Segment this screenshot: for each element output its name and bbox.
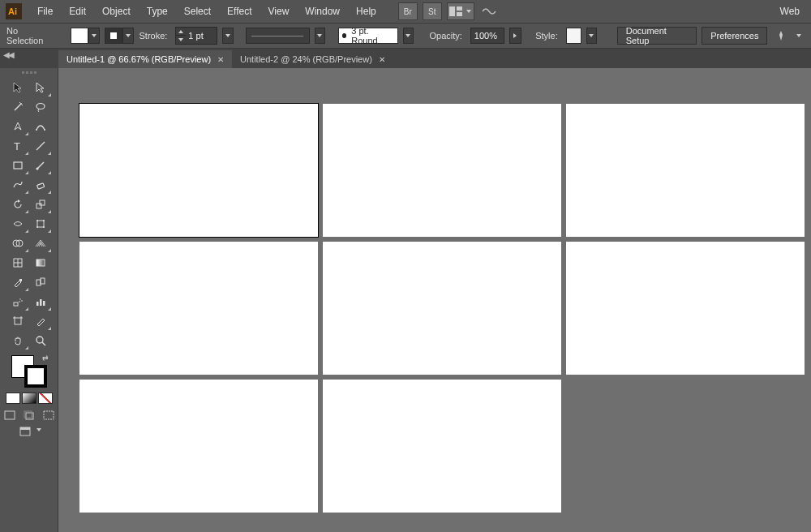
screen-mode-button[interactable]: [17, 425, 33, 438]
menu-effect[interactable]: Effect: [219, 2, 260, 20]
screen-mode-row: [17, 425, 41, 438]
hand-tool[interactable]: [6, 331, 29, 350]
collapse-toolbar-icon[interactable]: ◀◀: [3, 50, 13, 59]
pen-tool[interactable]: [6, 117, 29, 136]
draw-behind-icon[interactable]: [21, 409, 37, 422]
paintbrush-tool[interactable]: [29, 156, 52, 175]
svg-text:T: T: [14, 140, 20, 152]
stroke-weight-down[interactable]: [176, 36, 186, 43]
graphic-style-menu[interactable]: [586, 28, 597, 44]
artboard-8[interactable]: [323, 380, 561, 513]
mesh-tool[interactable]: [6, 253, 29, 272]
stroke-weight-up[interactable]: [176, 28, 186, 36]
artboard-7[interactable]: [79, 380, 318, 513]
menu-window[interactable]: Window: [297, 2, 348, 20]
symbol-sprayer-tool[interactable]: [6, 292, 29, 311]
opacity-field[interactable]: 100%: [470, 28, 504, 44]
color-mode-none[interactable]: [38, 393, 53, 404]
menu-view[interactable]: View: [260, 2, 298, 20]
menu-bar: Ai File Edit Object Type Select Effect V…: [0, 0, 811, 23]
selection-tool[interactable]: [6, 78, 29, 97]
shaper-tool[interactable]: [6, 175, 29, 195]
type-tool[interactable]: T: [6, 136, 29, 156]
artboard-1[interactable]: [79, 104, 318, 237]
zoom-tool[interactable]: [29, 331, 52, 350]
stroke-color-control[interactable]: [105, 27, 134, 45]
stroke-swatch[interactable]: [105, 28, 122, 44]
curvature-tool[interactable]: [29, 117, 52, 136]
canvas[interactable]: [58, 68, 811, 532]
document-tab-2[interactable]: Untitled-2 @ 24% (RGB/Preview) ✕: [232, 50, 393, 68]
tools-panel: T: [0, 68, 58, 532]
bridge-button[interactable]: Br: [398, 2, 418, 20]
color-mode-gradient[interactable]: [22, 393, 36, 404]
stroke-box[interactable]: [24, 365, 47, 388]
artboard-6[interactable]: [566, 242, 805, 375]
stroke-dropdown[interactable]: [122, 28, 134, 44]
menu-type[interactable]: Type: [139, 2, 176, 20]
svg-point-29: [13, 240, 19, 247]
gpu-preview-icon[interactable]: [479, 2, 499, 20]
stroke-weight-menu[interactable]: [222, 28, 233, 44]
artboard-4[interactable]: [79, 242, 318, 375]
graphic-style-swatch[interactable]: [566, 28, 581, 44]
rotate-tool[interactable]: [6, 195, 29, 214]
fill-dropdown[interactable]: [88, 28, 100, 44]
preferences-button[interactable]: Preferences: [702, 27, 767, 45]
close-tab-icon[interactable]: ✕: [379, 55, 385, 64]
align-to-pin-icon[interactable]: [772, 27, 789, 45]
artboard-5[interactable]: [323, 242, 561, 375]
scale-tool[interactable]: [29, 195, 52, 214]
shape-builder-tool[interactable]: [6, 234, 29, 253]
draw-normal-icon[interactable]: [2, 409, 18, 422]
svg-rect-38: [14, 302, 18, 306]
direct-selection-tool[interactable]: [29, 78, 52, 97]
perspective-grid-tool[interactable]: [29, 234, 52, 253]
eyedropper-tool[interactable]: [6, 272, 29, 292]
document-tab-1[interactable]: Untitled-1 @ 66.67% (RGB/Preview) ✕: [58, 50, 232, 68]
menu-edit[interactable]: Edit: [61, 2, 94, 20]
gradient-tool[interactable]: [29, 253, 52, 272]
stroke-weight-field[interactable]: [186, 31, 217, 41]
rectangle-tool[interactable]: [6, 156, 29, 175]
svg-point-14: [36, 129, 37, 131]
main-area: T: [0, 68, 811, 532]
opacity-menu[interactable]: [509, 28, 521, 44]
align-menu[interactable]: [794, 28, 805, 44]
menu-help[interactable]: Help: [348, 2, 384, 20]
document-setup-button[interactable]: Document Setup: [617, 27, 697, 45]
brush-definition-menu[interactable]: [403, 28, 414, 44]
draw-inside-icon[interactable]: [41, 409, 57, 422]
artboard-3[interactable]: [566, 104, 805, 237]
line-segment-tool[interactable]: [29, 136, 52, 156]
lasso-tool[interactable]: [29, 97, 52, 117]
variable-width-menu[interactable]: [315, 28, 325, 44]
panel-grip[interactable]: [17, 71, 41, 76]
menu-object[interactable]: Object: [94, 2, 139, 20]
eraser-tool[interactable]: [29, 175, 52, 195]
menu-file[interactable]: File: [29, 2, 61, 20]
variable-width-profile[interactable]: [246, 28, 309, 44]
artboard-tool[interactable]: [6, 311, 29, 331]
stroke-weight-input[interactable]: [175, 27, 217, 45]
close-tab-icon[interactable]: ✕: [217, 55, 224, 64]
color-mode-solid[interactable]: [6, 393, 20, 404]
magic-wand-tool[interactable]: [6, 97, 29, 117]
arrange-documents-button[interactable]: [447, 2, 474, 20]
stock-button[interactable]: St: [423, 2, 442, 20]
fill-swatch[interactable]: [71, 28, 88, 44]
fill-color-control[interactable]: [71, 27, 100, 45]
width-tool[interactable]: [6, 214, 29, 234]
brush-definition[interactable]: 3 pt. Round: [338, 28, 398, 44]
free-transform-tool[interactable]: [29, 214, 52, 234]
screen-mode-menu[interactable]: [36, 428, 41, 431]
workspace-switcher[interactable]: Web: [774, 2, 806, 20]
slice-tool[interactable]: [29, 311, 52, 331]
svg-rect-43: [40, 299, 42, 306]
artboard-2[interactable]: [323, 104, 561, 237]
column-graph-tool[interactable]: [29, 292, 52, 311]
swap-fill-stroke-icon[interactable]: ⇄: [42, 354, 49, 362]
menu-select[interactable]: Select: [176, 2, 219, 20]
blend-tool[interactable]: [29, 272, 52, 292]
fill-stroke-control[interactable]: ⇄: [11, 355, 47, 388]
